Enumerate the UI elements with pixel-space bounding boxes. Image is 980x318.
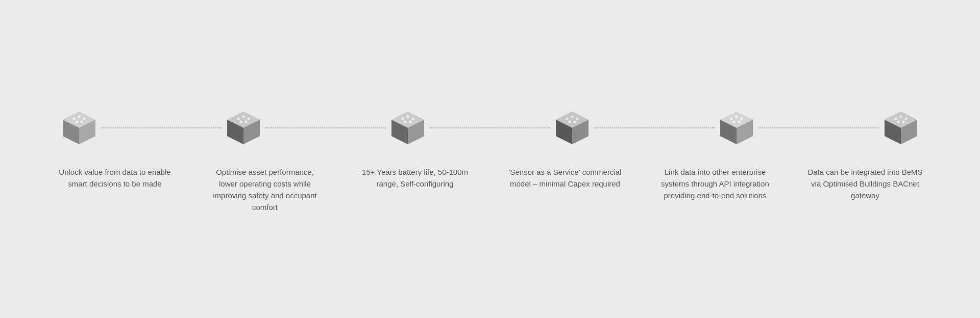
svg-point-13 <box>237 117 240 120</box>
svg-point-43 <box>733 120 736 123</box>
icon-5 <box>714 105 760 151</box>
svg-point-24 <box>412 117 414 120</box>
connector-2 <box>265 127 386 128</box>
svg-point-4 <box>73 117 76 120</box>
svg-point-42 <box>741 117 743 120</box>
svg-point-53 <box>902 120 905 123</box>
icon-3 <box>385 105 431 151</box>
item-6: Data can be integrated into BeMS via Opt… <box>806 166 924 214</box>
item-3-text: 15+ Years battery life, 50-100m range, S… <box>356 166 474 190</box>
icon-1 <box>56 105 102 151</box>
icon-6 <box>878 105 924 151</box>
svg-point-25 <box>404 120 407 123</box>
timeline-row <box>56 105 924 151</box>
svg-point-16 <box>240 120 242 123</box>
svg-point-32 <box>571 115 574 118</box>
svg-point-5 <box>78 115 81 118</box>
icon-2 <box>220 105 266 151</box>
items-row: Unlock value from data to enable smart d… <box>56 166 924 214</box>
svg-point-33 <box>576 117 579 120</box>
item-1-text: Unlock value from data to enable smart d… <box>56 166 174 190</box>
connector-4 <box>594 127 715 128</box>
connector-3 <box>430 127 550 128</box>
svg-point-14 <box>242 115 245 118</box>
svg-point-35 <box>574 120 576 123</box>
item-6-text: Data can be integrated into BeMS via Opt… <box>806 166 924 202</box>
svg-point-49 <box>895 117 897 120</box>
svg-point-8 <box>81 120 83 123</box>
connector-1 <box>101 127 222 128</box>
item-4: 'Sensor as a Service' commercial model –… <box>506 166 624 214</box>
svg-point-52 <box>897 120 900 123</box>
item-5: Link data into other enterprise systems … <box>656 166 774 214</box>
connector-5 <box>758 127 879 128</box>
main-container: Unlock value from data to enable smart d… <box>56 105 924 214</box>
item-1: Unlock value from data to enable smart d… <box>56 166 174 214</box>
item-3: 15+ Years battery life, 50-100m range, S… <box>356 166 474 214</box>
icon-4 <box>549 105 595 151</box>
svg-point-17 <box>245 120 248 123</box>
item-5-text: Link data into other enterprise systems … <box>656 166 774 202</box>
svg-point-34 <box>569 120 571 123</box>
svg-point-51 <box>905 117 908 120</box>
svg-point-41 <box>736 115 738 118</box>
svg-point-31 <box>566 117 569 120</box>
item-2: Optimise asset performance, lower operat… <box>206 166 324 214</box>
svg-point-7 <box>76 120 78 123</box>
svg-point-15 <box>248 117 250 120</box>
svg-point-23 <box>407 115 409 118</box>
item-2-text: Optimise asset performance, lower operat… <box>206 166 324 214</box>
svg-point-6 <box>83 117 86 120</box>
svg-point-44 <box>738 120 741 123</box>
svg-point-50 <box>900 115 902 118</box>
item-4-text: 'Sensor as a Service' commercial model –… <box>506 166 624 190</box>
svg-point-22 <box>402 117 404 120</box>
svg-point-26 <box>409 120 412 123</box>
svg-point-40 <box>730 117 733 120</box>
